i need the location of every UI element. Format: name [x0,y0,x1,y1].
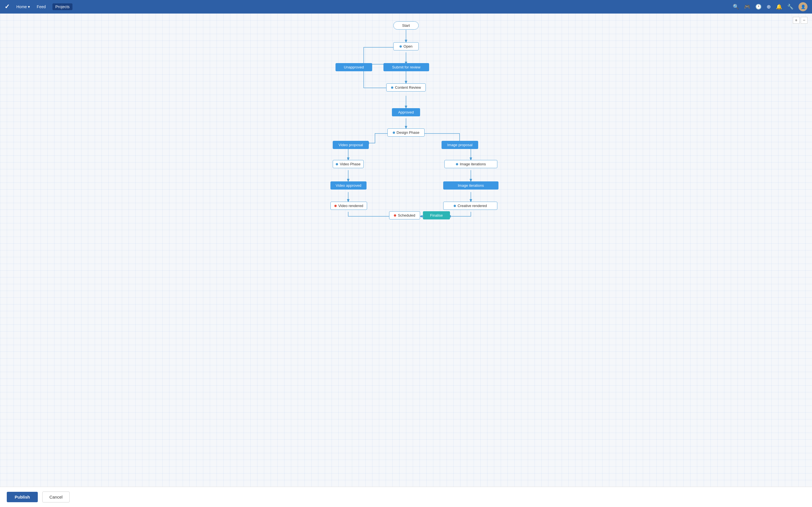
node-video-rendered[interactable]: Video rendered [331,202,367,210]
nav-logo: ✓ [4,3,10,10]
creative-rendered-dot [454,205,456,207]
node-creative-rendered[interactable]: Creative rendered [443,202,497,210]
bell-icon[interactable]: 🔔 [776,4,782,10]
video-phase-dot [336,163,338,165]
node-unapproved[interactable]: Unapproved [336,63,372,71]
scheduled-dot [394,214,396,217]
publish-button[interactable]: Publish [7,492,38,502]
node-video-approved[interactable]: Video approved [331,181,366,189]
node-image-proposal[interactable]: Image proposal [442,141,478,149]
nav-item-projects[interactable]: Projects [52,3,72,10]
node-content-review[interactable]: Content Review [386,83,426,92]
node-finalise[interactable]: Finalise [423,211,450,219]
canvas-area: + − [0,13,812,487]
node-image-iterations-2[interactable]: Image iterations [443,181,499,189]
cancel-button[interactable]: Cancel [42,492,70,503]
node-approved[interactable]: Approved [392,108,420,116]
node-start[interactable]: Start [393,21,419,30]
plus-circle-icon[interactable]: ⊕ [767,4,771,10]
node-video-proposal[interactable]: Video proposal [333,141,369,149]
clock-icon[interactable]: 🕐 [755,4,762,10]
navbar: ✓ Home ▾ Feed Projects 🔍 🎮 🕐 ⊕ 🔔 🔧 👤 [0,0,812,13]
image-iter-1-dot [456,163,458,165]
zoom-controls: + − [793,17,808,24]
nav-icons: 🔍 🎮 🕐 ⊕ 🔔 🔧 👤 [733,2,808,11]
node-scheduled[interactable]: Scheduled [389,211,420,219]
gamepad-icon[interactable]: 🎮 [744,4,750,10]
video-rendered-dot [335,205,337,207]
node-design-phase[interactable]: Design Phase [388,128,424,136]
nav-item-feed[interactable]: Feed [37,4,46,9]
zoom-out-button[interactable]: − [801,17,808,24]
zoom-in-button[interactable]: + [793,17,800,24]
footer: Publish Cancel [0,487,812,507]
node-open[interactable]: Open [393,42,419,50]
node-video-phase[interactable]: Video Phase [333,160,364,168]
search-icon[interactable]: 🔍 [733,4,739,10]
open-dot [400,45,402,48]
node-submit-for-review[interactable]: Submit for review [384,63,429,71]
design-phase-dot [393,131,395,134]
content-review-dot [391,87,393,89]
wrench-icon[interactable]: 🔧 [787,4,794,10]
avatar[interactable]: 👤 [799,2,808,11]
node-image-iterations-1[interactable]: Image iterations [444,160,497,168]
nav-item-home[interactable]: Home ▾ [16,4,30,9]
flowchart: Start Open Unapproved Submit for review … [279,13,533,233]
